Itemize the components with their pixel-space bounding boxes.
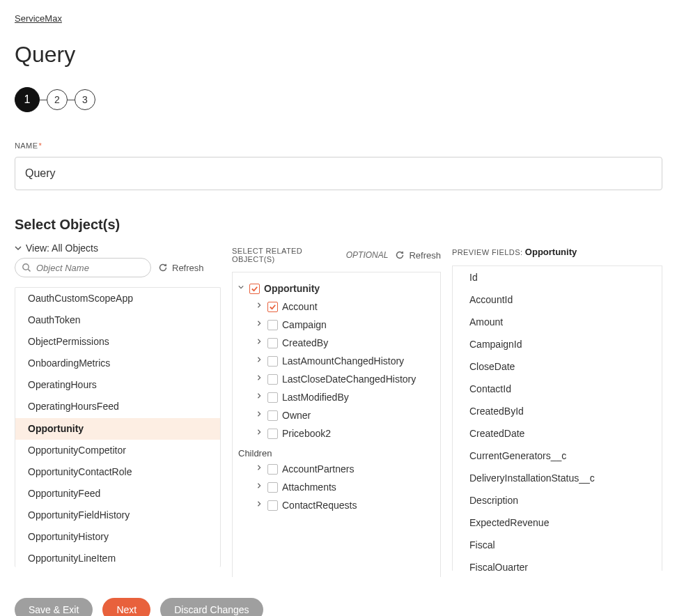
- related-tree[interactable]: OpportunityAccountCampaignCreatedByLastA…: [232, 272, 441, 577]
- objects-panel: View: All Objects Refresh OauthCusto: [15, 242, 221, 567]
- refresh-icon: [395, 250, 405, 260]
- discard-button[interactable]: Discard Changes: [160, 598, 263, 616]
- field-item: ExpectedRevenue: [453, 511, 662, 534]
- tree-item[interactable]: LastCloseDateChangedHistory: [254, 370, 436, 388]
- step-1[interactable]: 1: [15, 87, 40, 112]
- tree-item-label: LastCloseDateChangedHistory: [282, 374, 416, 385]
- field-item: CreatedById: [453, 400, 662, 422]
- field-item: Id: [453, 266, 662, 288]
- tree-item[interactable]: Attachments: [254, 478, 436, 496]
- related-label: SELECT RELATED OBJECT(S): [232, 247, 338, 263]
- fields-list[interactable]: IdAccountIdAmountCampaignIdCloseDateCont…: [452, 265, 662, 571]
- checkbox[interactable]: [267, 464, 278, 475]
- tree-item[interactable]: Pricebook2: [254, 424, 436, 442]
- object-item[interactable]: OpportunityFieldHistory: [15, 505, 220, 526]
- next-button[interactable]: Next: [102, 598, 150, 616]
- view-toggle[interactable]: View: All Objects: [15, 242, 221, 254]
- svg-point-0: [23, 264, 29, 270]
- tree-item[interactable]: LastAmountChangedHistory: [254, 352, 436, 370]
- chevron-down-icon[interactable]: [238, 283, 245, 290]
- checkbox[interactable]: [267, 482, 278, 493]
- tree-item-label: AccountPartners: [282, 463, 355, 475]
- object-item[interactable]: OauthToken: [15, 309, 220, 331]
- required-marker: *: [38, 141, 42, 150]
- object-item[interactable]: OperatingHours: [15, 374, 220, 396]
- object-item[interactable]: OpportunityFeed: [15, 483, 220, 505]
- object-item[interactable]: OpportunityHistory: [15, 526, 220, 548]
- objects-list[interactable]: OauthCustomScopeAppOauthTokenObjectPermi…: [15, 288, 220, 567]
- tree-item-label: Attachments: [282, 482, 336, 493]
- object-item[interactable]: OauthCustomScopeApp: [15, 288, 220, 309]
- objects-refresh[interactable]: Refresh: [158, 263, 204, 273]
- object-item[interactable]: OpportunityLineItem: [15, 548, 220, 567]
- footer-actions: Save & Exit Next Discard Changes: [15, 598, 662, 616]
- chevron-right-icon[interactable]: [256, 410, 263, 417]
- step-connector: [68, 100, 75, 100]
- save-exit-button[interactable]: Save & Exit: [15, 598, 93, 616]
- related-refresh[interactable]: Refresh: [395, 250, 441, 261]
- checkbox[interactable]: [267, 410, 278, 421]
- field-item: Fiscal: [453, 534, 662, 556]
- object-item[interactable]: OnboardingMetrics: [15, 353, 220, 374]
- preview-fields-label: PREVIEW FIELDS: Opportunity: [452, 247, 662, 257]
- search-icon: [22, 263, 31, 272]
- chevron-right-icon[interactable]: [256, 463, 263, 470]
- object-item[interactable]: OpportunityContactRole: [15, 461, 220, 483]
- tree-item-label: LastModifiedBy: [282, 392, 349, 403]
- breadcrumb: ServiceMax: [15, 0, 662, 24]
- field-item: FiscalQuarter: [453, 556, 662, 571]
- checkbox[interactable]: [267, 392, 278, 403]
- checkbox[interactable]: [249, 284, 260, 294]
- name-field-label: NAME*: [15, 141, 662, 150]
- object-item[interactable]: Opportunity: [15, 418, 220, 440]
- object-item[interactable]: OpportunityCompetitor: [15, 440, 220, 461]
- optional-label: OPTIONAL: [346, 250, 389, 260]
- related-panel: SELECT RELATED OBJECT(S) OPTIONAL Refres…: [232, 242, 441, 577]
- chevron-right-icon[interactable]: [256, 500, 263, 507]
- chevron-right-icon[interactable]: [256, 319, 263, 326]
- tree-item[interactable]: Account: [254, 298, 436, 316]
- field-item: CampaignId: [453, 333, 662, 355]
- checkbox[interactable]: [267, 374, 278, 385]
- checkbox[interactable]: [267, 320, 278, 330]
- checkbox[interactable]: [267, 302, 278, 312]
- chevron-right-icon[interactable]: [256, 374, 263, 380]
- object-item[interactable]: OperatingHoursFeed: [15, 396, 220, 417]
- tree-item[interactable]: ContactRequests: [254, 496, 436, 514]
- checkbox[interactable]: [267, 356, 278, 367]
- field-item: Description: [453, 489, 662, 511]
- tree-item[interactable]: Owner: [254, 406, 436, 424]
- refresh-icon: [158, 263, 168, 272]
- chevron-right-icon[interactable]: [256, 392, 263, 399]
- chevron-right-icon[interactable]: [256, 355, 263, 362]
- step-3[interactable]: 3: [75, 89, 95, 110]
- page-title: Query: [15, 42, 662, 68]
- tree-item[interactable]: AccountPartners: [254, 460, 436, 478]
- tree-item-label: ContactRequests: [282, 500, 357, 511]
- name-input[interactable]: [15, 157, 662, 190]
- chevron-right-icon[interactable]: [256, 428, 263, 435]
- tree-item-label: Owner: [282, 410, 311, 421]
- tree-item[interactable]: Campaign: [254, 316, 436, 334]
- refresh-label: Refresh: [172, 263, 204, 273]
- view-label: View: All Objects: [26, 242, 98, 254]
- field-item: AccountId: [453, 288, 662, 311]
- step-2[interactable]: 2: [47, 89, 68, 110]
- checkbox[interactable]: [267, 338, 278, 348]
- preview-panel: PREVIEW FIELDS: Opportunity IdAccountIdA…: [452, 242, 662, 571]
- checkbox[interactable]: [267, 429, 278, 439]
- field-item: CurrentGenerators__c: [453, 445, 662, 467]
- breadcrumb-link[interactable]: ServiceMax: [15, 13, 62, 24]
- checkbox[interactable]: [267, 500, 278, 511]
- tree-item[interactable]: CreatedBy: [254, 334, 436, 352]
- object-search[interactable]: [15, 258, 151, 277]
- tree-root[interactable]: Opportunity: [237, 279, 436, 298]
- refresh-label: Refresh: [409, 250, 441, 261]
- object-search-input[interactable]: [36, 263, 143, 273]
- tree-item[interactable]: LastModifiedBy: [254, 388, 436, 406]
- chevron-right-icon[interactable]: [256, 482, 263, 488]
- chevron-right-icon[interactable]: [256, 337, 263, 344]
- chevron-right-icon[interactable]: [256, 301, 263, 308]
- object-item[interactable]: ObjectPermissions: [15, 331, 220, 353]
- children-section-label: Children: [237, 442, 436, 460]
